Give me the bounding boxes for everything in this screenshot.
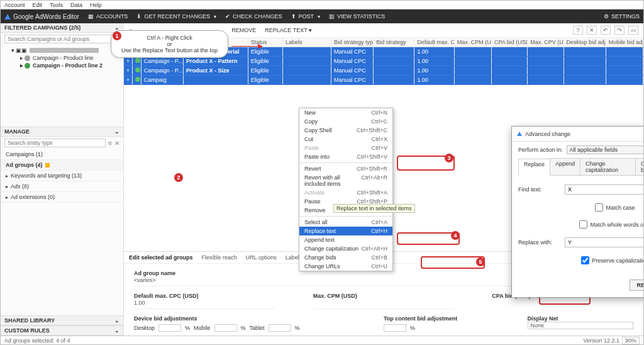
- tab-flexible-reach[interactable]: Flexible reach: [202, 254, 237, 261]
- tab-change-capitalization[interactable]: Change capitalization: [580, 158, 636, 175]
- preserve-cap-checkbox[interactable]: [581, 256, 589, 264]
- tree-campaign-2[interactable]: ▸Campaign - Product line 2: [3, 62, 121, 69]
- display-network-select[interactable]: None: [528, 322, 634, 329]
- instruction-callout: Ctrl A - Right Click or Use the Replace …: [111, 30, 228, 58]
- max-cpm-label: Max. CPM (USD): [313, 293, 455, 299]
- warning-icon: [45, 163, 50, 167]
- logo-icon: [4, 14, 11, 20]
- get-recent-changes-button[interactable]: ⬇GET RECENT CHANGES: [136, 13, 216, 20]
- status-version: Version 12.2.1: [583, 337, 619, 344]
- brand: Google AdWords Editor: [4, 13, 79, 20]
- remove-button[interactable]: REMOVE: [231, 27, 256, 33]
- close-icon[interactable]: ✕: [114, 140, 119, 147]
- manage-adgroups[interactable]: Ad groups (4): [1, 160, 123, 171]
- logo-icon: [517, 132, 522, 136]
- check-changes-button[interactable]: ✔CHECK CHANGES: [225, 13, 282, 20]
- close-icon[interactable]: ✕: [587, 26, 597, 35]
- table-row[interactable]: +CampaigEligibleManual CPC1.00: [124, 76, 643, 85]
- context-select-all[interactable]: Select allCtrl+A: [299, 218, 392, 227]
- status-selection: Ad groups selected: 4 of 4: [4, 337, 70, 344]
- manage-extensions[interactable]: ▸Ad extensions (0): [1, 192, 123, 203]
- match-words-label: Match whole words only: [590, 222, 643, 228]
- context-new[interactable]: NewCtrl+N: [299, 108, 392, 117]
- menu-edit[interactable]: Edit: [33, 2, 43, 8]
- collapse-icon[interactable]: ▭: [628, 26, 638, 35]
- context-change-capitalization[interactable]: Change capitalizationCtrl+Alt+H: [299, 244, 392, 253]
- campaign-tree[interactable]: ▾▣▣ ▸Campaign - Product line ▸Campaign -…: [1, 45, 123, 71]
- tree-account[interactable]: ▾▣▣: [3, 47, 121, 54]
- filter-icon[interactable]: ≡: [108, 140, 112, 147]
- gear-icon: ⚙: [604, 13, 609, 20]
- menu-data[interactable]: Data: [70, 2, 82, 8]
- search-campaigns-input[interactable]: [4, 35, 113, 43]
- replace-with-input[interactable]: [565, 237, 643, 247]
- context-copy-shell[interactable]: Copy ShellCtrl+Shift+C: [299, 126, 392, 135]
- manage-ads[interactable]: ▸Ads (8): [1, 181, 123, 192]
- replace-text-button[interactable]: REPLACE TEXT ▾: [265, 27, 312, 33]
- context-revert-with-all-included-items[interactable]: Revert with all included itemsCtrl+Alt+R: [299, 173, 392, 188]
- accounts-button[interactable]: ▦ACCOUNTS: [88, 13, 128, 20]
- context-cut[interactable]: CutCtrl+X: [299, 135, 392, 144]
- view-statistics-button[interactable]: ▥VIEW STATISTICS: [329, 13, 385, 20]
- shared-library-header[interactable]: SHARED LIBRARY⌄: [1, 315, 123, 325]
- manage-keywords[interactable]: ▸Keywords and targeting (13): [1, 171, 123, 181]
- menu-bar[interactable]: Account Edit Tools Data Help: [1, 1, 643, 9]
- context-menu[interactable]: NewCtrl+NCopyCtrl+CCopy ShellCtrl+Shift+…: [299, 108, 393, 271]
- redo-icon[interactable]: ↷: [614, 26, 625, 35]
- settings-button[interactable]: ⚙SETTINGS: [604, 13, 640, 20]
- grid-icon: ▦: [88, 13, 94, 20]
- menu-help[interactable]: Help: [90, 2, 102, 8]
- find-text-input[interactable]: [565, 184, 643, 195]
- tab-url-options[interactable]: URL options: [246, 254, 277, 261]
- table-row[interactable]: +Campaign - P...Product X - SizeEligible…: [124, 66, 643, 76]
- context-change-bids[interactable]: Change bidsCtrl+B: [299, 253, 392, 262]
- perform-action-select[interactable]: All applicable fields▾: [567, 145, 643, 154]
- tab-change-bids[interactable]: Change bids: [635, 158, 643, 175]
- custom-rules-header[interactable]: CUSTOM RULES⌄: [1, 325, 123, 336]
- default-cpc-value[interactable]: 1.00: [134, 299, 275, 309]
- undo-icon[interactable]: ↶: [601, 26, 611, 35]
- context-change-urls[interactable]: Change URLsCtrl+U: [299, 262, 392, 271]
- annotation-5: 5: [476, 257, 485, 266]
- context-revert[interactable]: RevertCtrl+Shift+R: [299, 164, 392, 173]
- context-paste-into[interactable]: Paste intoCtrl+Shift+V: [299, 152, 392, 161]
- manage-header[interactable]: MANAGE⌄: [1, 127, 123, 137]
- filtered-campaigns-header[interactable]: FILTERED CAMPAIGNS (2/5)⌄: [1, 23, 123, 33]
- find-text-label: Find text:: [518, 186, 560, 193]
- tree-campaign-1[interactable]: ▸Campaign - Product line: [3, 54, 121, 62]
- top-content-input[interactable]: [384, 324, 406, 332]
- tablet-label: Tablet: [250, 325, 265, 331]
- main-panel: ≡ REMOVE REPLACE TEXT ▾ ? ✕ ↶ ↷ ▭ ● Camp…: [124, 23, 643, 336]
- help-icon[interactable]: ?: [573, 26, 583, 35]
- annotation-4: 4: [451, 231, 460, 240]
- tablet-bid-input[interactable]: [269, 324, 291, 332]
- context-append-text[interactable]: Append text: [299, 235, 392, 244]
- annotation-2: 2: [174, 173, 183, 182]
- context-copy[interactable]: CopyCtrl+C: [299, 117, 392, 126]
- manage-campaigns[interactable]: Campaigns (1): [1, 149, 123, 160]
- context-replace-text[interactable]: Replace textCtrl+H: [299, 227, 392, 235]
- brand-google: Google: [13, 13, 33, 20]
- max-cpm-value[interactable]: [313, 299, 455, 309]
- zoom-level[interactable]: 90%: [622, 337, 640, 344]
- tab-replace[interactable]: Replace: [518, 159, 550, 176]
- manage-list: Campaigns (1) Ad groups (4) ▸Keywords an…: [1, 149, 123, 203]
- desktop-label: Desktop: [134, 325, 155, 331]
- match-words-checkbox[interactable]: [579, 220, 587, 229]
- device-bid-label: Device bid adjustments: [134, 315, 346, 322]
- mobile-bid-input[interactable]: [214, 324, 237, 332]
- annotation-1: 1: [113, 31, 121, 40]
- search-entity-input[interactable]: [4, 139, 106, 147]
- mobile-label: Mobile: [194, 325, 211, 331]
- post-button[interactable]: ⬆POST: [291, 13, 321, 20]
- menu-account[interactable]: Account: [4, 2, 25, 8]
- tab-edit-selected[interactable]: Edit selected ad groups: [129, 254, 193, 261]
- table-row[interactable]: +Campaign - P...Product X - PatternEligi…: [124, 57, 643, 66]
- match-case-checkbox[interactable]: [595, 203, 603, 212]
- replace-button[interactable]: REPLACE: [630, 280, 643, 291]
- desktop-bid-input[interactable]: [158, 324, 181, 332]
- menu-tools[interactable]: Tools: [50, 2, 63, 8]
- tab-append[interactable]: Append: [550, 158, 580, 175]
- context-activate: ActivateCtrl+Shift+A: [299, 188, 392, 197]
- brand-editor: AdWords Editor: [35, 13, 79, 20]
